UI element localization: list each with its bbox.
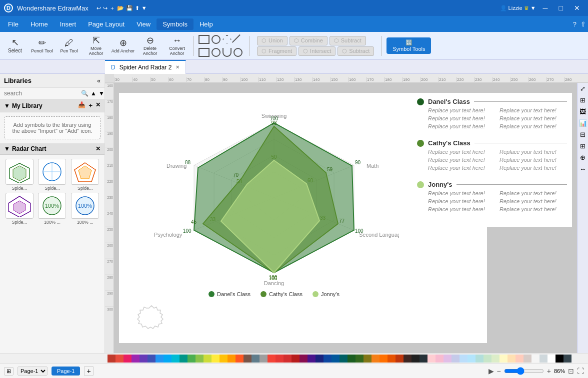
color-swatch[interactable]: [132, 355, 140, 363]
right-icon-1[interactable]: ⤢: [580, 85, 586, 92]
color-swatch[interactable]: [516, 355, 524, 363]
add-icon[interactable]: ＋: [88, 101, 94, 110]
move-anchor-btn[interactable]: ⇱ Move Anchor: [83, 33, 109, 58]
color-swatch[interactable]: [556, 355, 564, 363]
menu-home[interactable]: Home: [24, 18, 54, 30]
color-swatch[interactable]: [212, 355, 220, 363]
pencil-tool-btn[interactable]: ✏ Pencil Tool: [29, 33, 55, 58]
color-swatch[interactable]: [492, 355, 500, 363]
color-swatch[interactable]: [164, 355, 172, 363]
star-tool[interactable]: [222, 35, 232, 44]
radar-chart-header[interactable]: ▼ Radar Chart ✕: [0, 143, 104, 155]
color-swatch[interactable]: [460, 355, 468, 363]
color-swatch[interactable]: [308, 355, 316, 363]
delete-anchor-btn[interactable]: ⊖ Delete Anchor: [137, 33, 163, 58]
color-swatch[interactable]: [284, 355, 292, 363]
color-swatch[interactable]: [380, 355, 388, 363]
thumbnail-5[interactable]: 100% 100% ...: [37, 193, 68, 225]
fragment-btn[interactable]: ⬡ Fragment: [257, 46, 296, 56]
color-swatch[interactable]: [356, 355, 364, 363]
color-swatch[interactable]: [228, 355, 236, 363]
user-info[interactable]: 👤 Lizzie ♛ ▼: [500, 5, 536, 11]
intersect-btn[interactable]: ⬡ Intersect: [298, 46, 336, 56]
thumbnail-3[interactable]: Spide...: [70, 159, 100, 191]
right-icon-5[interactable]: ⊟: [580, 131, 586, 138]
color-swatch[interactable]: [300, 355, 308, 363]
color-swatch[interactable]: [524, 355, 532, 363]
undo-btn[interactable]: ↩: [96, 4, 101, 12]
subtract-btn-1[interactable]: ⬡ Subtract: [330, 36, 366, 45]
color-swatch[interactable]: [180, 355, 188, 363]
color-swatch[interactable]: [404, 355, 412, 363]
color-swatch[interactable]: [452, 355, 460, 363]
search-nav-up[interactable]: ▲: [90, 90, 96, 97]
fit-page-btn[interactable]: ⊡: [568, 367, 574, 375]
menu-insert[interactable]: Insert: [54, 18, 82, 30]
thumbnail-1[interactable]: Spide...: [4, 159, 35, 191]
color-swatch[interactable]: [316, 355, 324, 363]
color-swatch[interactable]: [244, 355, 252, 363]
line-tool[interactable]: [232, 34, 246, 48]
select-tool-btn[interactable]: ↖ Select: [2, 33, 28, 58]
add-page-btn[interactable]: +: [84, 366, 93, 376]
export-btn[interactable]: ⬆: [135, 4, 140, 12]
subtract-btn-2[interactable]: ⬡ Subtract: [338, 46, 374, 56]
color-swatch[interactable]: [348, 355, 356, 363]
right-icon-6[interactable]: ⊞: [580, 142, 586, 150]
color-swatch[interactable]: [476, 355, 484, 363]
redo-btn[interactable]: ↪: [103, 4, 108, 12]
right-icon-7[interactable]: ⊕: [580, 154, 586, 161]
my-library-header[interactable]: ▼ My Library 📥 ＋ ✕: [0, 99, 104, 112]
right-icon-2[interactable]: ⊞: [580, 96, 586, 104]
quick-access-toolbar[interactable]: ↩ ↪ ＋ 📂 💾 ⬆ ▼: [96, 4, 147, 12]
color-swatch[interactable]: [364, 355, 372, 363]
color-swatch[interactable]: [324, 355, 332, 363]
color-swatch[interactable]: [532, 355, 540, 363]
color-swatch[interactable]: [140, 355, 148, 363]
color-swatch[interactable]: [236, 355, 244, 363]
page-tab-1[interactable]: Page-1: [52, 367, 80, 376]
color-swatch[interactable]: [420, 355, 428, 363]
sidebar-collapse-btn[interactable]: «: [97, 77, 100, 84]
color-swatch[interactable]: [156, 355, 164, 363]
combine-btn[interactable]: ⬡ Combine: [290, 36, 328, 45]
minimize-btn[interactable]: ─: [539, 3, 552, 13]
open-btn[interactable]: 📂: [117, 4, 124, 12]
color-swatch[interactable]: [116, 355, 124, 363]
add-anchor-btn[interactable]: ⊕ Add Anchor: [110, 33, 136, 58]
arc-tool[interactable]: [222, 48, 232, 57]
symbol-tools-btn[interactable]: 🔣 Symbol Tools: [386, 37, 431, 54]
radar-chart-close[interactable]: ✕: [96, 145, 100, 152]
canvas-main[interactable]: 100 90 100 100 100 88 93 59 77: [114, 83, 577, 353]
search-nav-down[interactable]: ▼: [98, 90, 104, 97]
right-icon-4[interactable]: 📊: [579, 119, 587, 127]
color-swatch[interactable]: [388, 355, 396, 363]
new-btn[interactable]: ＋: [110, 4, 115, 12]
zoom-slider[interactable]: [504, 367, 544, 375]
import-icon[interactable]: 📥: [78, 101, 86, 110]
convert-anchor-btn[interactable]: ↔ Convert Anchor: [164, 33, 190, 58]
spiral-tool[interactable]: [234, 48, 242, 57]
zoom-in-btn[interactable]: +: [547, 367, 551, 375]
color-swatch[interactable]: [468, 355, 476, 363]
color-swatch[interactable]: [412, 355, 420, 363]
right-icon-3[interactable]: 🖼: [580, 108, 586, 115]
color-swatch[interactable]: [268, 355, 276, 363]
color-swatch[interactable]: [204, 355, 212, 363]
union-btn[interactable]: ⬡ Union: [257, 36, 288, 45]
color-swatch[interactable]: [172, 355, 180, 363]
color-swatch[interactable]: [444, 355, 452, 363]
save-btn[interactable]: 💾: [126, 4, 133, 12]
color-swatch[interactable]: [340, 355, 348, 363]
color-swatch[interactable]: [196, 355, 204, 363]
color-swatch[interactable]: [124, 355, 132, 363]
menu-view[interactable]: View: [130, 18, 156, 30]
menu-help[interactable]: Help: [194, 18, 219, 30]
color-swatch[interactable]: [500, 355, 508, 363]
color-swatch[interactable]: [564, 355, 572, 363]
color-swatch[interactable]: [396, 355, 404, 363]
menu-page-layout[interactable]: Page Layout: [82, 18, 130, 30]
menu-file[interactable]: File: [2, 18, 24, 30]
color-swatch[interactable]: [484, 355, 492, 363]
color-swatch[interactable]: [428, 355, 436, 363]
